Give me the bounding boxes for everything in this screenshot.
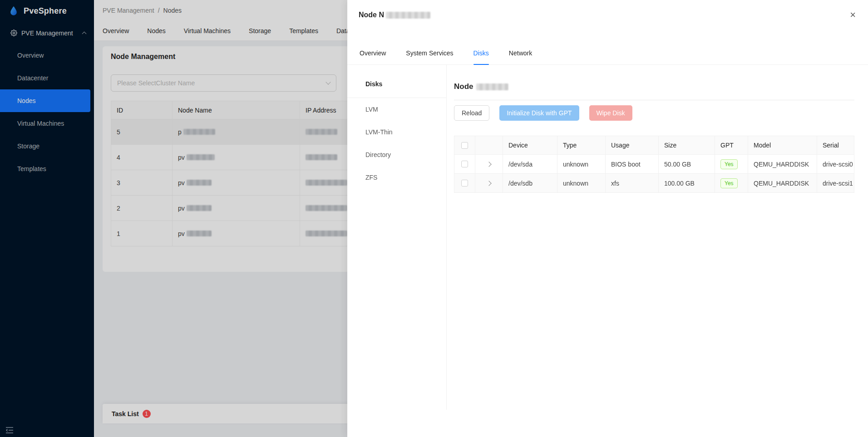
drawer-tabs: Overview System Services Disks Network — [347, 49, 868, 65]
disk-row-sda[interactable]: /dev/sda unknown BIOS boot 50.00 GB Yes … — [454, 154, 854, 173]
cell-type: unknown — [557, 174, 606, 192]
cell-size: 50.00 GB — [659, 155, 715, 173]
gpt-yes-tag: Yes — [720, 159, 738, 169]
gpt-yes-tag: Yes — [720, 178, 738, 188]
row-checkbox[interactable] — [461, 161, 468, 167]
column-size: Size — [659, 136, 715, 154]
disk-table-header: Device Type Usage Size GPT Model Serial — [454, 136, 854, 154]
drawer-tab-network[interactable]: Network — [509, 49, 532, 64]
divider — [454, 100, 854, 100]
cell-model: QEMU_HARDDISK — [748, 155, 817, 173]
disk-table: Device Type Usage Size GPT Model Serial … — [454, 136, 854, 193]
disks-panel-heading: Node — [454, 82, 854, 92]
side-menu-zfs[interactable]: ZFS — [347, 166, 446, 189]
cell-usage: xfs — [606, 174, 659, 192]
cell-usage: BIOS boot — [606, 155, 659, 173]
row-checkbox[interactable] — [461, 180, 468, 187]
side-menu-directory[interactable]: Directory — [347, 143, 446, 166]
reload-button[interactable]: Reload — [454, 105, 489, 121]
cell-type: unknown — [557, 155, 606, 173]
side-menu-disks[interactable]: Disks — [347, 79, 446, 98]
drawer-tab-overview[interactable]: Overview — [360, 49, 386, 64]
drawer-tab-disks[interactable]: Disks — [473, 49, 489, 64]
disk-side-menu: Disks LVM LVM-Thin Directory ZFS — [347, 65, 447, 410]
cell-model: QEMU_HARDDISK — [748, 174, 817, 192]
column-serial: Serial — [817, 136, 854, 154]
initialize-gpt-button[interactable]: Initialize Disk with GPT — [499, 105, 579, 121]
wipe-disk-button[interactable]: Wipe Disk — [589, 105, 632, 121]
node-detail-drawer: Node N × Overview System Services Disks … — [347, 0, 868, 437]
disk-actions: Reload Initialize Disk with GPT Wipe Dis… — [454, 105, 854, 121]
cell-serial: drive-scsi1 — [817, 174, 854, 192]
close-icon[interactable]: × — [850, 10, 856, 20]
drawer-header: Node N × — [347, 0, 868, 20]
side-menu-lvm-thin[interactable]: LVM-Thin — [347, 121, 446, 143]
drawer-body: Disks LVM LVM-Thin Directory ZFS Node Re… — [347, 65, 868, 437]
column-type: Type — [557, 136, 606, 154]
redacted-node-name — [386, 12, 430, 19]
drawer-title: Node N — [359, 10, 430, 20]
column-device: Device — [503, 136, 557, 154]
expand-row-icon[interactable] — [486, 181, 491, 186]
drawer-tab-system-services[interactable]: System Services — [406, 49, 453, 64]
column-expand — [475, 136, 503, 154]
cell-device: /dev/sda — [503, 155, 557, 173]
redacted-node-name — [476, 83, 508, 90]
cell-size: 100.00 GB — [659, 174, 715, 192]
column-gpt: GPT — [715, 136, 748, 154]
column-usage: Usage — [606, 136, 659, 154]
select-all-checkbox[interactable] — [461, 142, 468, 149]
cell-serial: drive-scsi0 — [817, 155, 854, 173]
cell-device: /dev/sdb — [503, 174, 557, 192]
side-menu-lvm[interactable]: LVM — [347, 98, 446, 121]
expand-row-icon[interactable] — [486, 162, 491, 167]
column-model: Model — [748, 136, 817, 154]
disk-row-sdb[interactable]: /dev/sdb unknown xfs 100.00 GB Yes QEMU_… — [454, 173, 854, 192]
disks-panel: Node Reload Initialize Disk with GPT Wip… — [447, 65, 868, 437]
